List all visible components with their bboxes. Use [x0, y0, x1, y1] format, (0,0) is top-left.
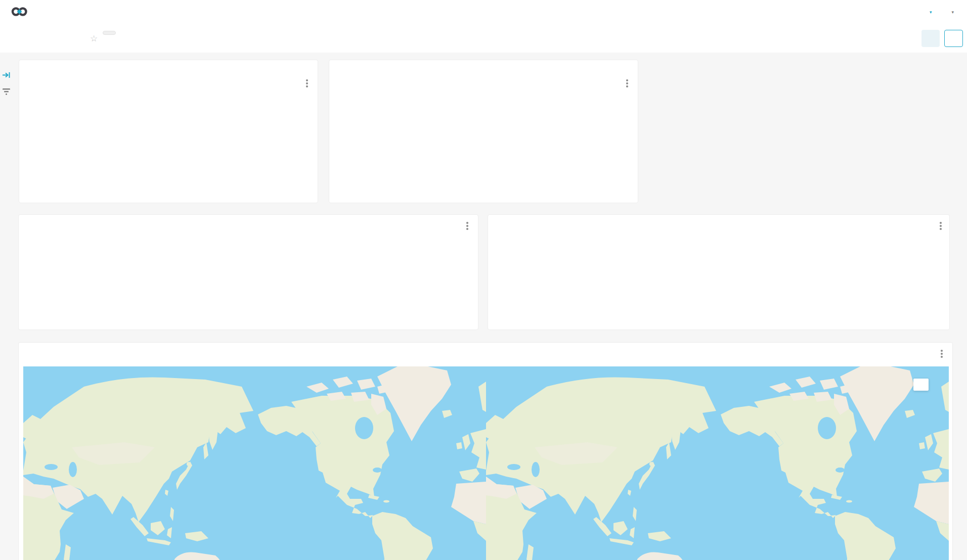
- dashboard-more-button[interactable]: [944, 30, 963, 47]
- chart-menu-kebab-icon[interactable]: [464, 222, 471, 231]
- chart-card-magnitude-donut: [329, 60, 638, 203]
- superset-brand[interactable]: [11, 6, 32, 18]
- favorite-star-icon[interactable]: ☆: [90, 33, 98, 44]
- chevron-down-icon: ▾: [930, 10, 932, 15]
- trend-sparkline: [24, 165, 314, 199]
- new-item-menu[interactable]: ▾: [927, 9, 932, 14]
- settings-menu[interactable]: ▾: [949, 9, 954, 14]
- chart-menu-kebab-icon[interactable]: [938, 350, 945, 359]
- chevron-down-icon: ▾: [951, 10, 954, 15]
- dashboard-header: ☆: [0, 23, 967, 53]
- map-legend: [913, 379, 929, 391]
- top-navbar: ▾ ▾: [0, 0, 967, 24]
- superset-logo: [11, 6, 28, 18]
- multi-line-chart[interactable]: [500, 248, 948, 329]
- chart-card-earthquake-distribution: [18, 342, 953, 560]
- chart-menu-kebab-icon[interactable]: [937, 222, 944, 231]
- chart-menu-kebab-icon[interactable]: [303, 79, 311, 88]
- arrow-to-bar-icon: [2, 71, 11, 79]
- status-badge: [103, 31, 116, 35]
- world-map[interactable]: [23, 366, 949, 560]
- chart-card-number-of-earthquakes: [18, 214, 478, 330]
- chart-card-earthquakes-by-magnitude-lines: [488, 214, 950, 330]
- donut-chart[interactable]: [329, 60, 639, 204]
- edit-dashboard-button[interactable]: [921, 30, 940, 47]
- expand-filter-bar-button[interactable]: [2, 71, 11, 81]
- line-chart[interactable]: [29, 241, 474, 326]
- filter-icon[interactable]: [2, 87, 11, 98]
- chart-card-total-number: [19, 60, 318, 203]
- funnel-icon: [2, 87, 11, 96]
